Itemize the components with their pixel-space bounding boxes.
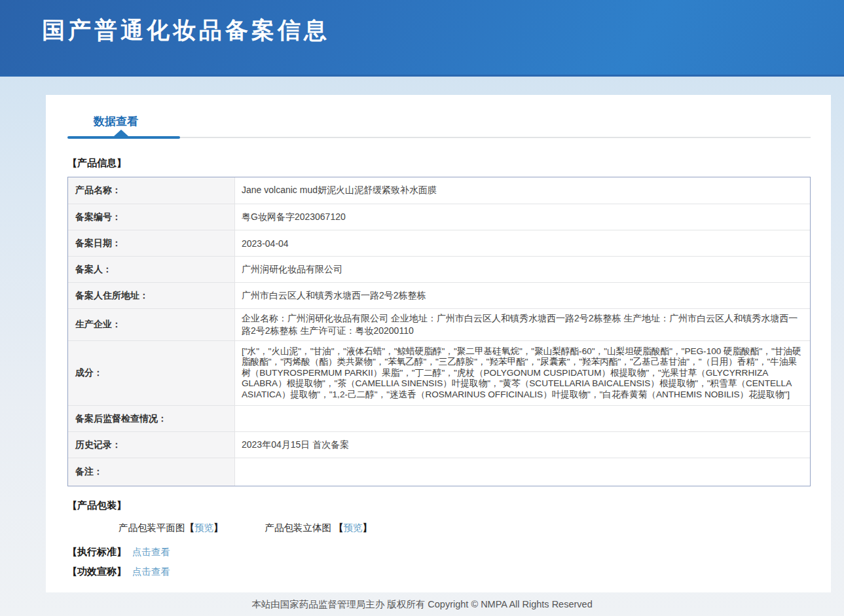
table-row: 备案人住所地址： 广州市白云区人和镇秀水塘西一路2号2栋整栋	[68, 282, 810, 308]
table-row: 备注：	[68, 458, 810, 486]
row-label-remarks: 备注：	[68, 458, 235, 486]
row-value-history: 2023年04月15日 首次备案	[235, 432, 810, 458]
packaging-stereo-preview-link[interactable]: 预览	[344, 522, 363, 533]
table-row: 备案人： 广州润研化妆品有限公司	[68, 256, 810, 282]
row-label-registrant-address: 备案人住所地址：	[68, 283, 235, 308]
tab-active-underline	[67, 136, 180, 139]
row-value-product-name: Jane volcanic mud妍泥火山泥舒缓紧致补水面膜	[235, 177, 810, 204]
product-info-table: 产品名称： Jane volcanic mud妍泥火山泥舒缓紧致补水面膜 备案编…	[67, 177, 811, 486]
row-label-supervision: 备案后监督检查情况：	[68, 406, 235, 431]
page-title: 国产普通化妆品备案信息	[0, 0, 844, 46]
packaging-stereo-label: 产品包装立体图	[265, 522, 335, 533]
efficacy-claim-view-link[interactable]: 点击查看	[132, 566, 170, 577]
row-label-registration-date: 备案日期：	[68, 230, 235, 256]
packaging-flat-preview-link[interactable]: 预览	[194, 522, 213, 533]
row-value-registration-number: 粤G妆网备字2023067120	[235, 204, 810, 230]
tab-data-view[interactable]: 数据查看	[94, 114, 138, 129]
row-label-registration-number: 备案编号：	[68, 204, 235, 230]
row-label-registrant: 备案人：	[68, 257, 235, 282]
table-row: 产品名称： Jane volcanic mud妍泥火山泥舒缓紧致补水面膜	[68, 177, 810, 204]
bracket-close: 】	[363, 522, 373, 533]
execution-standard-label: 【执行标准】	[67, 546, 126, 557]
table-row: 成分： ["水"，"火山泥"，"甘油"，"液体石蜡"，"鲸蜡硬脂醇"，"聚二甲基…	[68, 340, 810, 405]
row-label-manufacturer: 生产企业：	[68, 309, 235, 340]
row-value-registrant: 广州润研化妆品有限公司	[235, 257, 810, 282]
page-footer: 本站由国家药品监督管理局主办 版权所有 Copyright © NMPA All…	[0, 592, 844, 616]
content-card: 数据查看 【产品信息】 产品名称： Jane volcanic mud妍泥火山泥…	[46, 95, 831, 592]
tab-bar: 数据查看	[67, 95, 811, 139]
row-value-manufacturer: 企业名称：广州润研化妆品有限公司 企业地址：广州市白云区人和镇秀水塘西一路2号2…	[235, 309, 810, 340]
table-row: 备案日期： 2023-04-04	[68, 230, 810, 256]
tab-caret-icon	[114, 130, 128, 136]
packaging-flat-label: 产品包装平面图	[119, 522, 185, 533]
packaging-stereo-item: 产品包装立体图 【预览】	[265, 522, 373, 534]
efficacy-claim-row: 【功效宣称】点击查看	[67, 566, 811, 578]
packaging-flat-item: 产品包装平面图【预览】	[119, 522, 223, 534]
section-title-packaging: 【产品包装】	[67, 499, 811, 512]
row-label-product-name: 产品名称：	[68, 177, 235, 204]
table-row: 历史记录： 2023年04月15日 首次备案	[68, 431, 810, 458]
table-row: 备案后监督检查情况：	[68, 405, 810, 431]
row-label-ingredients: 成分：	[68, 341, 235, 405]
row-label-history: 历史记录：	[68, 432, 235, 458]
section-title-product-info: 【产品信息】	[67, 157, 811, 170]
row-value-supervision	[235, 406, 810, 431]
efficacy-claim-label: 【功效宣称】	[67, 566, 126, 577]
row-value-registration-date: 2023-04-04	[235, 230, 810, 256]
copyright-text: 本站由国家药品监督管理局主办 版权所有 Copyright © NMPA All…	[251, 598, 592, 611]
row-value-registrant-address: 广州市白云区人和镇秀水塘西一路2号2栋整栋	[235, 283, 810, 308]
row-value-ingredients: ["水"，"火山泥"，"甘油"，"液体石蜡"，"鲸蜡硬脂醇"，"聚二甲基硅氧烷"…	[235, 341, 810, 405]
page-header: 国产普通化妆品备案信息	[0, 0, 844, 77]
bracket-close: 】	[213, 522, 223, 533]
table-row: 备案编号： 粤G妆网备字2023067120	[68, 204, 810, 230]
execution-standard-row: 【执行标准】点击查看	[67, 546, 811, 558]
row-value-remarks	[235, 458, 810, 486]
bracket-open: 【	[334, 522, 344, 533]
table-row: 生产企业： 企业名称：广州润研化妆品有限公司 企业地址：广州市白云区人和镇秀水塘…	[68, 308, 810, 340]
packaging-links-row: 产品包装平面图【预览】 产品包装立体图 【预览】	[119, 522, 811, 534]
execution-standard-view-link[interactable]: 点击查看	[132, 547, 170, 557]
bracket-open: 【	[185, 522, 195, 533]
